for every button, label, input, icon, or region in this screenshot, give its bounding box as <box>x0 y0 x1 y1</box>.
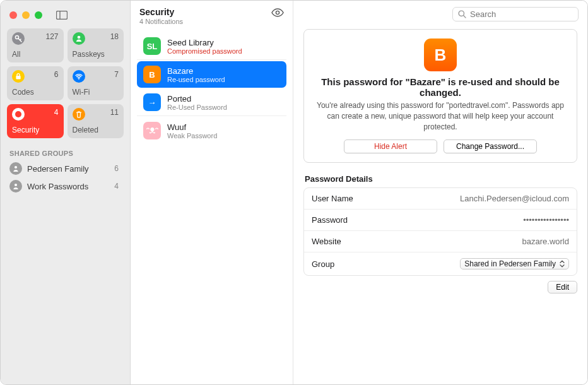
shared-group-item[interactable]: Pedersen Family6 <box>7 160 124 177</box>
notification-item[interactable]: BBazareRe-used password <box>137 61 286 88</box>
change-password-button[interactable]: Change Password... <box>444 139 537 153</box>
svg-point-9 <box>15 166 17 169</box>
category-count: 7 <box>114 70 119 79</box>
category-label: All <box>12 50 59 59</box>
notification-item[interactable]: SLSeed LibraryCompromised password <box>137 33 286 60</box>
svg-point-8 <box>18 116 19 117</box>
svg-point-11 <box>276 11 279 14</box>
password-details-list: User Name Lanchi.Pedersen@icloud.com Pas… <box>303 187 577 276</box>
category-label: Wi-Fi <box>73 88 119 97</box>
toggle-sidebar-button[interactable] <box>54 8 70 22</box>
category-tiles: 127All18Passkeys6Codes7Wi-Fi4Security11D… <box>7 28 124 138</box>
alert-buttons: Hide Alert Change Password... <box>315 139 565 153</box>
category-tile-all[interactable]: 127All <box>7 28 64 62</box>
site-app-icon: B <box>424 38 457 71</box>
security-alert-card: B This password for "Bazare" is re-used … <box>303 29 577 163</box>
password-key: Password <box>312 215 348 225</box>
notification-subtitle: Re-Used Password <box>167 104 227 111</box>
password-details-section: Password Details User Name Lanchi.Peders… <box>303 173 577 293</box>
site-icon: ᵔᴥᵔ <box>143 122 161 139</box>
alert-title: This password for "Bazare" is re-used an… <box>315 76 565 98</box>
search-icon <box>458 10 466 18</box>
select-stepper-icon <box>560 260 565 268</box>
password-row[interactable]: Password •••••••••••••••• <box>304 210 577 231</box>
notification-item[interactable]: →PortedRe-Used Password <box>137 89 286 116</box>
close-window-button[interactable] <box>9 11 17 19</box>
category-count: 4 <box>54 108 59 117</box>
notification-title: Bazare <box>167 66 225 76</box>
zoom-window-button[interactable] <box>35 11 42 19</box>
shared-groups-header: SHARED GROUPS <box>9 150 121 157</box>
alert-icon <box>12 108 25 121</box>
group-select[interactable]: Shared in Pedersen Family <box>460 258 569 270</box>
sidebar: 127All18Passkeys6Codes7Wi-Fi4Security11D… <box>1 1 131 384</box>
group-key: Group <box>312 259 334 269</box>
person-icon <box>73 32 85 45</box>
category-count: 127 <box>45 32 58 41</box>
search-field-wrap[interactable] <box>452 7 579 21</box>
detail-pane: B This password for "Bazare" is re-used … <box>293 1 587 384</box>
username-row[interactable]: User Name Lanchi.Pedersen@icloud.com <box>304 188 577 210</box>
svg-point-10 <box>15 184 17 186</box>
svg-line-13 <box>464 16 466 18</box>
category-label: Passkeys <box>73 50 119 59</box>
notification-texts: Seed LibraryCompromised password <box>167 38 242 55</box>
shared-group-item[interactable]: Work Passwords4 <box>7 177 124 195</box>
svg-rect-4 <box>16 76 20 80</box>
notification-subtitle: Compromised password <box>167 47 242 55</box>
site-icon: SL <box>143 37 161 55</box>
detail-toolbar <box>293 1 587 25</box>
svg-rect-7 <box>18 112 19 115</box>
edit-row: Edit <box>303 281 577 293</box>
website-key: Website <box>312 237 341 246</box>
notifications-title: Security <box>139 7 183 17</box>
website-row[interactable]: Website bazare.world <box>304 231 577 252</box>
notification-item[interactable]: ᵔᴥᵔWuufWeak Password <box>137 117 286 144</box>
group-avatar-icon <box>9 162 22 175</box>
category-tile-passkeys[interactable]: 18Passkeys <box>68 28 124 62</box>
notification-texts: WuufWeak Password <box>167 122 217 139</box>
notification-texts: BazareRe-used password <box>167 66 225 83</box>
category-tile-wi-fi[interactable]: 7Wi-Fi <box>68 66 124 100</box>
wifi-icon <box>73 70 85 83</box>
traffic-lights <box>9 11 42 19</box>
edit-button[interactable]: Edit <box>548 281 577 293</box>
svg-point-5 <box>78 78 79 80</box>
notifications-count: 4 Notifications <box>139 18 183 25</box>
site-icon: → <box>143 93 161 111</box>
category-label: Codes <box>12 88 59 97</box>
preview-toggle-button[interactable] <box>271 8 284 17</box>
shared-group-label: Work Passwords <box>27 182 88 191</box>
svg-point-3 <box>77 36 80 39</box>
shared-group-label: Pedersen Family <box>27 164 89 174</box>
category-count: 6 <box>54 70 59 79</box>
notifications-column: Security 4 Notifications SLSeed LibraryC… <box>131 1 293 384</box>
shared-group-count: 4 <box>114 182 121 191</box>
website-value: bazare.world <box>522 237 569 246</box>
site-app-icon-letter: B <box>435 45 447 65</box>
shared-group-count: 6 <box>114 164 121 173</box>
lock-icon <box>12 70 25 83</box>
notification-title: Wuuf <box>167 122 217 132</box>
category-count: 11 <box>110 108 119 117</box>
group-avatar-icon <box>9 180 22 192</box>
shared-groups-list: Pedersen Family6Work Passwords4 <box>7 160 124 195</box>
group-selected-value: Shared in Pedersen Family <box>464 259 556 268</box>
category-tile-codes[interactable]: 6Codes <box>7 66 64 100</box>
category-tile-deleted[interactable]: 11Deleted <box>68 104 124 138</box>
minimize-window-button[interactable] <box>22 11 30 19</box>
alert-body: You're already using this password for "… <box>315 100 565 132</box>
category-tile-security[interactable]: 4Security <box>7 104 64 138</box>
category-label: Security <box>12 126 59 134</box>
search-input[interactable] <box>470 9 576 19</box>
category-label: Deleted <box>73 126 119 134</box>
username-key: User Name <box>312 194 353 203</box>
password-value: •••••••••••••••• <box>523 215 569 225</box>
group-row: Group Shared in Pedersen Family <box>304 252 577 275</box>
window-controls-row <box>7 6 124 25</box>
notifications-list: SLSeed LibraryCompromised passwordBBazar… <box>131 30 293 146</box>
hide-alert-button[interactable]: Hide Alert <box>344 139 437 153</box>
notification-title: Ported <box>167 94 227 104</box>
notification-texts: PortedRe-Used Password <box>167 94 227 111</box>
key-icon <box>12 32 25 45</box>
